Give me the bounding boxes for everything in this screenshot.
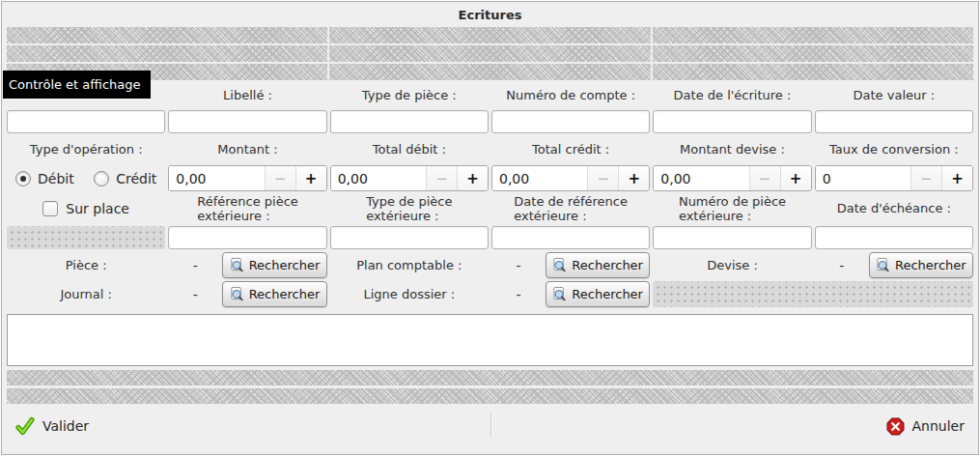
footer-divider	[490, 413, 492, 438]
ligne-dossier-action: - Rechercher	[491, 281, 650, 307]
devise-action: - Rechercher	[815, 252, 973, 278]
footer-hatch-band	[7, 388, 973, 404]
ecritures-window: Ecritures Contrôle et affichage Libellé …	[1, 1, 979, 455]
debit-radio-label: Débit	[38, 171, 74, 186]
label-date-echeance: Date d'échéance :	[815, 201, 973, 215]
label-total-credit: Total crédit :	[491, 142, 650, 157]
label-taux-conversion: Taux de conversion :	[815, 142, 973, 157]
montant-devise-plus-button[interactable]: +	[780, 166, 811, 190]
cancel-icon	[886, 417, 905, 436]
type-piece-ext-input[interactable]	[330, 226, 489, 249]
hatch-cell	[329, 45, 650, 62]
tooltip-controle-affichage: Contrôle et affichage	[3, 71, 151, 99]
date-valeur-input[interactable]	[815, 110, 973, 133]
rechercher-devise-button[interactable]: Rechercher	[869, 252, 973, 278]
annuler-button[interactable]: Annuler	[886, 417, 965, 436]
label-plan-comptable: Plan comptable :	[330, 258, 489, 272]
sur-place-option[interactable]: Sur place	[7, 201, 165, 216]
total-debit-spinner: 0,00 − +	[330, 165, 489, 191]
plan-comptable-value: -	[491, 252, 546, 278]
debit-radio-icon[interactable]	[15, 171, 31, 186]
debit-radio-option[interactable]: Débit	[15, 171, 74, 186]
devise-value: -	[815, 252, 869, 278]
date-ecriture-input[interactable]	[653, 110, 811, 133]
date-echeance-input[interactable]	[815, 226, 973, 249]
footer-hatch-band	[7, 370, 973, 385]
montant-value[interactable]: 0,00	[169, 166, 264, 190]
label-montant-devise: Montant devise :	[653, 142, 811, 157]
notes-textarea[interactable]	[7, 314, 973, 366]
hatch-cell	[653, 64, 973, 80]
montant-plus-button[interactable]: +	[295, 166, 326, 190]
rechercher-piece-button[interactable]: Rechercher	[222, 252, 326, 278]
type-operation-radiogroup: Débit Crédit	[7, 171, 165, 186]
taux-conversion-plus-button[interactable]: +	[941, 166, 972, 190]
reference-piece-ext-input[interactable]	[168, 226, 326, 249]
credit-radio-icon[interactable]	[94, 171, 109, 186]
piece-action: - Rechercher	[168, 252, 326, 278]
hatch-cell	[7, 45, 327, 62]
valider-button[interactable]: Valider	[15, 416, 89, 436]
rechercher-journal-button[interactable]: Rechercher	[222, 281, 326, 307]
taux-conversion-value[interactable]: 0	[816, 166, 910, 190]
numero-piece-ext-input[interactable]	[653, 226, 811, 249]
search-row-2: Journal : - Rechercher Ligne dossier : -	[2, 281, 978, 307]
hatch-cell	[7, 27, 327, 43]
header-hatch-area	[7, 27, 973, 80]
numero-compte-input[interactable]	[491, 110, 650, 133]
label-libelle: Libellé :	[168, 88, 326, 102]
total-credit-plus-button[interactable]: +	[618, 166, 649, 190]
find-icon	[552, 258, 567, 272]
montant-devise-minus-button[interactable]: −	[749, 166, 780, 190]
page-title: Ecritures	[2, 7, 978, 24]
total-debit-minus-button[interactable]: −	[426, 166, 457, 190]
journal-action: - Rechercher	[168, 281, 326, 307]
footer-bar: Valider Annuler	[2, 404, 978, 448]
disabled-field-placeholder	[7, 226, 165, 249]
label-type-piece: Type de pièce :	[330, 88, 489, 102]
label-type-operation: Type d'opération :	[7, 142, 165, 157]
sur-place-label: Sur place	[66, 201, 129, 216]
label-ligne-dossier: Ligne dossier :	[330, 287, 489, 301]
total-debit-value[interactable]: 0,00	[331, 166, 426, 190]
date-reference-ext-input[interactable]	[491, 226, 650, 249]
type-piece-input[interactable]	[330, 110, 489, 133]
piece-value: -	[168, 252, 222, 278]
disabled-area-placeholder	[653, 281, 973, 307]
label-journal: Journal :	[7, 287, 165, 301]
label-numero-piece-ext: Numéro de pièce extérieure :	[653, 194, 811, 223]
amount-labels-row: Type d'opération : Montant : Total débit…	[2, 133, 978, 165]
search-row-1: Pièce : - Rechercher Plan comptable : -	[2, 252, 978, 278]
label-date-valeur: Date valeur :	[815, 88, 973, 102]
label-type-piece-ext: Type de pièce extérieure :	[330, 194, 489, 223]
montant-devise-value[interactable]: 0,00	[654, 166, 748, 190]
credit-radio-option[interactable]: Crédit	[94, 171, 156, 186]
label-date-ecriture: Date de l'écriture :	[653, 88, 811, 102]
taux-conversion-minus-button[interactable]: −	[910, 166, 941, 190]
rechercher-plan-comptable-button[interactable]: Rechercher	[546, 252, 650, 278]
journal-value: -	[168, 281, 222, 307]
annuler-label: Annuler	[912, 418, 965, 434]
libelle-input[interactable]	[168, 110, 326, 133]
total-debit-plus-button[interactable]: +	[457, 166, 488, 190]
total-credit-value[interactable]: 0,00	[492, 166, 587, 190]
hatch-cell	[653, 45, 973, 62]
label-date-reference-ext: Date de référence extérieure :	[491, 194, 650, 223]
find-icon	[552, 287, 567, 301]
controle-input[interactable]	[7, 110, 165, 133]
plan-comptable-action: - Rechercher	[491, 252, 650, 278]
sur-place-checkbox[interactable]	[42, 201, 58, 216]
label-montant: Montant :	[168, 142, 326, 157]
label-reference-piece-ext: Référence pièce extérieure :	[168, 194, 326, 223]
label-piece: Pièce :	[7, 258, 165, 272]
rechercher-ligne-dossier-button[interactable]: Rechercher	[546, 281, 650, 307]
hatch-cell	[329, 27, 650, 43]
total-credit-minus-button[interactable]: −	[587, 166, 618, 190]
montant-minus-button[interactable]: −	[265, 166, 295, 190]
find-icon	[230, 258, 244, 272]
ligne-dossier-value: -	[491, 281, 546, 307]
hatch-cell	[329, 64, 650, 80]
label-devise: Devise :	[653, 258, 811, 272]
find-icon	[230, 287, 244, 301]
hatch-cell	[653, 27, 973, 43]
